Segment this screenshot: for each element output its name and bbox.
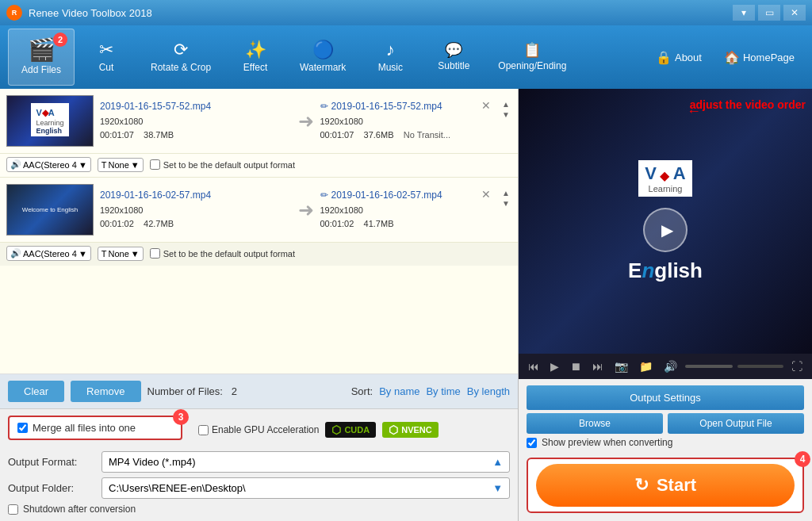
file-info-1: 2019-01-16-15-57-52.mp4 1920x1080 00:01:… — [100, 99, 292, 142]
snapshot-button[interactable]: 📷 — [611, 358, 631, 374]
sort-by-time[interactable]: By time — [426, 385, 460, 397]
add-files-icon: 🎬 — [28, 39, 56, 61]
gpu-check-label[interactable]: Enable GPU Acceleration — [198, 424, 319, 435]
gpu-checkbox[interactable] — [198, 425, 209, 435]
add-files-label: Add Files — [21, 64, 61, 75]
homepage-label: HomePage — [743, 52, 795, 63]
merge-section: Merge all files into one 3 — [8, 416, 182, 440]
app-title: Renee Video Toolbox 2018 — [29, 7, 733, 19]
file-item-2: Welcome to English 2019-01-16-16-02-57.m… — [0, 178, 518, 243]
format-select[interactable]: MP4 Video (*.mp4) ▲ — [102, 451, 510, 473]
adjust-arrow-icon: ← — [687, 103, 701, 120]
sort-by-length[interactable]: By length — [467, 385, 510, 397]
tool-rotate-crop[interactable]: ⟳ Rotate & Crop — [138, 29, 224, 86]
folder-button[interactable]: 📁 — [636, 358, 656, 374]
tool-music[interactable]: ♪ Music — [358, 29, 422, 86]
file-list: V◆A Learning English 2019-01-16-15-57-52… — [0, 89, 518, 374]
sort-down-1[interactable]: ▼ — [500, 109, 511, 120]
play-pause-button[interactable]: ▶ — [547, 358, 562, 374]
sort-down-2[interactable]: ▼ — [500, 198, 511, 209]
skip-back-button[interactable]: ⏮ — [525, 358, 542, 374]
file-count-value: 2 — [232, 385, 237, 397]
sort-up-2[interactable]: ▲ — [500, 188, 511, 198]
clear-button[interactable]: Clear — [8, 381, 64, 402]
tool-watermark[interactable]: 🔵 Watermark — [287, 29, 358, 86]
remove-button[interactable]: Remove — [71, 381, 140, 402]
subtitle-value-2: None — [109, 249, 129, 259]
file-controls-2: 🔊 AAC(Stereo 4 ▼ T None ▼ Set to be the … — [0, 243, 518, 266]
close-file-1[interactable]: ✕ — [480, 99, 492, 112]
format-label: Output Format: — [8, 456, 95, 468]
audio-dropdown-1: ▼ — [79, 160, 87, 170]
tool-cut[interactable]: ✂ Cut — [75, 29, 138, 86]
progress-bar[interactable] — [737, 365, 783, 368]
skip-forward-button[interactable]: ⏭ — [589, 358, 607, 374]
bottom-output-settings: Merge all files into one 3 Enable GPU Ac… — [0, 409, 518, 521]
file-duration-size-out-1: 00:01:07 37.6MB No Transit... — [320, 128, 512, 143]
subtitle-icon-1: T — [102, 160, 107, 170]
subtitle-select-2[interactable]: T None ▼ — [98, 247, 144, 261]
gpu-label: Enable GPU Acceleration — [212, 424, 319, 435]
shutdown-row[interactable]: Shutdown after conversion — [8, 504, 510, 515]
minimize-button[interactable]: ▾ — [733, 5, 755, 21]
file-res-out-1: 1920x1080 — [320, 115, 512, 129]
audio-select-1[interactable]: 🔊 AAC(Stereo 4 ▼ — [6, 157, 91, 172]
default-checkbox-1[interactable] — [150, 159, 160, 170]
merge-checkbox[interactable] — [17, 423, 28, 433]
tool-effect[interactable]: ✨ Effect — [224, 29, 287, 86]
tool-opening-ending[interactable]: 📋 Opening/Ending — [485, 29, 579, 86]
play-button[interactable] — [643, 208, 688, 252]
shutdown-checkbox[interactable] — [8, 504, 18, 515]
merge-checkbox-label[interactable]: Merge all files into one — [17, 422, 136, 434]
title-bar: R Renee Video Toolbox 2018 ▾ ▭ ✕ — [0, 0, 812, 25]
file-count-label: Number of Files: — [147, 385, 223, 397]
start-label: Start — [657, 475, 696, 496]
tool-add-files[interactable]: 🎬 Add Files 2 — [8, 29, 75, 86]
watermark-label: Watermark — [300, 62, 346, 73]
audio-dropdown-2: ▼ — [79, 249, 87, 259]
file-controls-1: 🔊 AAC(Stereo 4 ▼ T None ▼ Set to be the … — [0, 154, 518, 178]
subtitle-select-1[interactable]: T None ▼ — [98, 158, 144, 172]
arrow-icon-2: ➜ — [298, 199, 314, 221]
add-files-badge: 2 — [53, 33, 67, 47]
restore-button[interactable]: ▭ — [758, 5, 780, 21]
show-preview-checkbox[interactable] — [527, 438, 537, 448]
merge-badge: 3 — [173, 409, 189, 425]
file-count: Number of Files: 2 — [147, 385, 237, 397]
close-button[interactable]: ✕ — [783, 5, 806, 21]
rotate-crop-label: Rotate & Crop — [151, 62, 211, 73]
default-checkbox-2[interactable] — [150, 248, 160, 259]
toolbar-nav: 🔒 About 🏠 HomePage — [646, 45, 804, 70]
audio-select-2[interactable]: 🔊 AAC(Stereo 4 ▼ — [6, 246, 91, 261]
show-preview-label[interactable]: Show preview when converting — [527, 437, 804, 448]
file-duration-size-out-2: 00:01:02 41.7MB — [320, 217, 512, 232]
default-check-2: Set to be the default output format — [150, 248, 295, 259]
about-button[interactable]: 🔒 About — [646, 45, 711, 70]
file-name-in-1: 2019-01-16-15-57-52.mp4 — [100, 99, 292, 114]
file-size-in-1: 38.7MB — [144, 130, 174, 140]
sort-up-1[interactable]: ▲ — [500, 99, 511, 109]
open-output-button[interactable]: Open Output File — [668, 413, 804, 434]
browse-button[interactable]: Browse — [527, 413, 663, 434]
fullscreen-button[interactable]: ⛶ — [788, 358, 806, 374]
sort-by-name[interactable]: By name — [379, 385, 419, 397]
start-button-wrapper: ↻ Start 4 — [527, 458, 804, 513]
homepage-button[interactable]: 🏠 HomePage — [714, 45, 804, 70]
file-item: V◆A Learning English 2019-01-16-15-57-52… — [0, 89, 518, 154]
tool-subtitle[interactable]: 💬 Subtitle — [422, 29, 485, 86]
watermark-icon: 🔵 — [312, 41, 334, 59]
cut-label: Cut — [99, 62, 114, 73]
file-res-in-2: 1920x1080 — [100, 204, 292, 218]
volume-slider[interactable] — [685, 365, 733, 368]
start-button[interactable]: ↻ Start — [536, 464, 795, 507]
left-panel: V◆A Learning English 2019-01-16-15-57-52… — [0, 89, 518, 521]
volume-button[interactable]: 🔊 — [661, 358, 680, 374]
opening-ending-label: Opening/Ending — [498, 60, 566, 71]
stop-button[interactable]: ⏹ — [567, 358, 584, 374]
default-check-1: Set to be the default output format — [150, 159, 295, 170]
close-file-2[interactable]: ✕ — [480, 188, 492, 201]
folder-select[interactable]: C:\Users\RENEE-en\Desktop\ ▼ — [102, 477, 510, 499]
output-settings-button[interactable]: Output Settings — [527, 385, 804, 410]
edit-icon-2: ✏ — [320, 188, 328, 203]
format-value: MP4 Video (*.mp4) — [109, 456, 196, 468]
